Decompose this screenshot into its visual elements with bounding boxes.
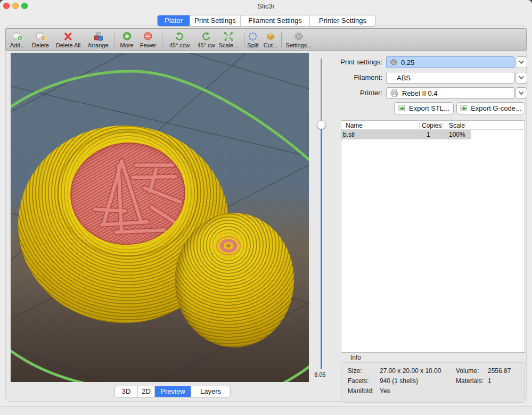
- printer-dropdown-button[interactable]: [515, 87, 527, 99]
- fewer-button[interactable]: Fewer: [140, 31, 157, 48]
- add-button[interactable]: Add...: [10, 31, 26, 48]
- split-icon: [248, 31, 258, 42]
- filament-combo[interactable]: ABS: [386, 72, 514, 84]
- view-preview-button[interactable]: Preview: [154, 386, 191, 397]
- object-list-header: Name Copies Scale: [341, 121, 525, 130]
- toolbar-separator: [162, 32, 162, 48]
- more-icon: [122, 31, 132, 42]
- view-3d-button[interactable]: 3D: [115, 386, 137, 397]
- filament-label: Filament:: [320, 72, 382, 84]
- export-gcode-button[interactable]: Export G-code...: [456, 102, 525, 114]
- titlebar: Slic3r: [0, 0, 532, 12]
- split-button[interactable]: Split: [247, 31, 258, 48]
- view-2d-button[interactable]: 2D: [137, 386, 154, 397]
- toolbar: Add... Delete Delete All Arrange More: [5, 28, 527, 51]
- window-title: Slic3r: [0, 2, 532, 10]
- tab-print-settings[interactable]: Print Settings: [190, 15, 240, 26]
- delete-button[interactable]: Delete: [32, 31, 49, 48]
- volume-label: Volume:: [456, 367, 479, 375]
- viewport-3d[interactable]: [11, 53, 309, 382]
- settings-button[interactable]: Settings...: [286, 31, 312, 48]
- slic3r-window: Slic3r Plater Print Settings Filament Se…: [0, 0, 532, 415]
- printer-icon: [390, 89, 399, 97]
- print-settings-label: Print settings:: [320, 56, 382, 68]
- export-stl-button[interactable]: Export STL...: [394, 102, 454, 114]
- layer-slider-thumb[interactable]: [317, 120, 326, 129]
- print-settings-dropdown-button[interactable]: [515, 56, 527, 68]
- materials-label: Materials:: [456, 377, 484, 385]
- main-tab-bar: Plater Print Settings Filament Settings …: [157, 15, 376, 27]
- facets-label: Facets:: [348, 377, 369, 385]
- filament-dropdown-button[interactable]: [515, 72, 527, 84]
- object-row[interactable]: b.stl 1 100%: [341, 130, 525, 139]
- tab-filament-settings[interactable]: Filament Settings: [240, 15, 309, 26]
- column-copies[interactable]: Copies: [422, 122, 441, 129]
- delete-all-button[interactable]: Delete All: [56, 31, 80, 48]
- size-value: 27.00 x 20.00 x 10.00: [380, 367, 441, 375]
- column-scale[interactable]: Scale: [449, 122, 465, 129]
- scale-icon: [224, 31, 234, 42]
- window-bottom-strip: [0, 406, 532, 415]
- chevron-down-icon: [518, 60, 525, 64]
- more-button[interactable]: More: [120, 31, 133, 48]
- cut-icon: [265, 31, 276, 42]
- object-list-table: Name Copies Scale b.stl 1 100%: [341, 120, 525, 353]
- delete-icon: [35, 31, 46, 42]
- view-layers-button[interactable]: Layers: [191, 386, 230, 397]
- size-label: Size:: [348, 367, 362, 375]
- add-icon: [12, 31, 23, 42]
- manifold-label: Manifold:: [348, 387, 374, 395]
- delete-all-icon: [63, 31, 73, 42]
- scale-button[interactable]: Scale...: [219, 31, 239, 48]
- gear-icon: [389, 58, 398, 67]
- toolbar-separator: [244, 32, 244, 48]
- info-section-label: Info: [350, 354, 361, 361]
- column-name[interactable]: Name: [346, 122, 363, 129]
- volume-value: 2556.87: [488, 367, 511, 375]
- facets-value: 940 (1 shells): [380, 377, 418, 385]
- layer-slider-value: 8.05: [312, 371, 328, 378]
- printer-combo[interactable]: Rebel II 0.4: [386, 87, 514, 99]
- rotate-cw-icon: [201, 31, 211, 42]
- info-box: Size: 27.00 x 20.00 x 10.00 Volume: 2556…: [341, 362, 525, 403]
- toolbar-separator: [281, 32, 282, 48]
- printer-label: Printer:: [320, 87, 382, 99]
- toolbar-separator: [114, 32, 114, 48]
- fewer-icon: [143, 31, 153, 42]
- layer-slider[interactable]: [317, 57, 325, 372]
- tab-plater[interactable]: Plater: [158, 15, 190, 26]
- arrange-button[interactable]: Arrange: [87, 31, 108, 48]
- rotate-ccw-icon: [174, 31, 184, 42]
- export-icon: [460, 104, 468, 112]
- rotate-cw-button[interactable]: 45° cw: [197, 31, 215, 48]
- rotate-ccw-button[interactable]: 45° ccw: [169, 31, 190, 48]
- view-mode-bar: 3D 2D Preview Layers: [114, 386, 231, 397]
- export-icon: [398, 104, 406, 112]
- cut-button[interactable]: Cut...: [264, 31, 277, 48]
- chevron-down-icon: [518, 76, 525, 80]
- tab-printer-settings[interactable]: Printer Settings: [309, 15, 375, 26]
- settings-gear-icon: [293, 31, 304, 42]
- materials-value: 1: [488, 377, 492, 385]
- arrange-icon: [93, 31, 103, 42]
- manifold-value: Yes: [380, 387, 390, 395]
- print-settings-combo[interactable]: 0.25: [386, 56, 514, 68]
- chevron-down-icon: [518, 91, 525, 95]
